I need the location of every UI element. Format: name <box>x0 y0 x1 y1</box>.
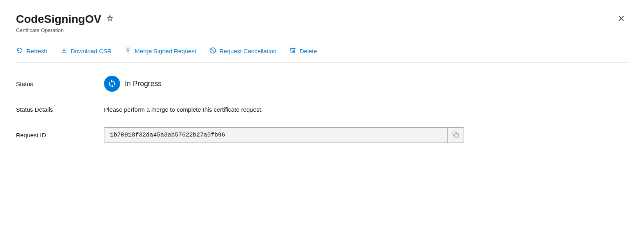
download-csr-button[interactable]: Download CSR <box>57 44 122 58</box>
content-grid: Status In Progress Status Details Please… <box>16 76 628 143</box>
copy-request-id-button[interactable] <box>447 128 464 143</box>
download-csr-label: Download CSR <box>71 48 112 54</box>
close-button[interactable]: ✕ <box>614 13 628 25</box>
toolbar: Refresh Download CSR Merge <box>16 44 628 63</box>
panel-title-row: CodeSigningOV <box>16 13 114 26</box>
merge-icon <box>124 47 132 55</box>
pin-icon[interactable] <box>106 14 114 24</box>
svg-line-5 <box>210 48 215 53</box>
sync-icon <box>108 79 116 88</box>
status-details-value: Please perform a merge to complete this … <box>104 106 628 113</box>
status-value: In Progress <box>104 76 628 92</box>
download-icon <box>60 47 68 55</box>
request-id-value: 1b70918f32da45a3ab57622b27a5fb96 <box>104 128 447 143</box>
panel: CodeSigningOV Certificate Operation ✕ Re… <box>0 0 644 237</box>
panel-title-text: CodeSigningOV <box>16 13 101 26</box>
status-details-label: Status Details <box>16 106 104 113</box>
svg-rect-6 <box>455 134 458 137</box>
copy-icon <box>452 131 459 138</box>
status-icon-circle <box>104 76 120 92</box>
refresh-button[interactable]: Refresh <box>16 44 57 58</box>
delete-button[interactable]: Delete <box>286 44 326 58</box>
request-cancel-button[interactable]: Request Cancellation <box>206 44 286 58</box>
refresh-label: Refresh <box>26 48 48 54</box>
merge-signed-button[interactable]: Merge Signed Request <box>121 44 206 58</box>
request-cancel-label: Request Cancellation <box>220 48 277 54</box>
merge-signed-label: Merge Signed Request <box>135 48 196 54</box>
panel-header: CodeSigningOV Certificate Operation ✕ <box>16 13 628 33</box>
cancel-icon <box>209 47 216 55</box>
request-id-container: 1b70918f32da45a3ab57622b27a5fb96 <box>104 127 464 143</box>
delete-icon <box>289 47 296 55</box>
status-text: In Progress <box>125 80 162 88</box>
status-label: Status <box>16 80 104 87</box>
request-id-label: Request ID <box>16 132 104 139</box>
panel-subtitle: Certificate Operation <box>16 27 114 33</box>
title-block: CodeSigningOV Certificate Operation <box>16 13 114 33</box>
delete-label: Delete <box>300 48 317 54</box>
refresh-icon <box>16 47 23 55</box>
